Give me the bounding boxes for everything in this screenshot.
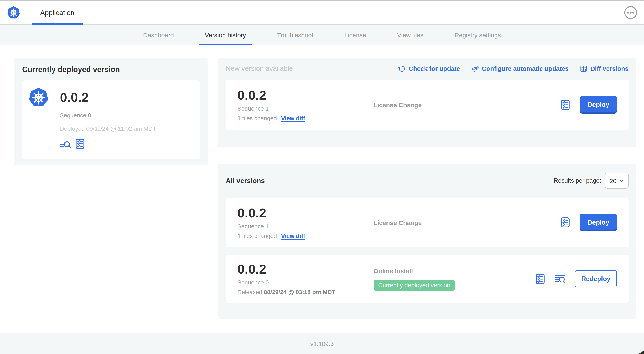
more-menu-button[interactable]: [624, 6, 637, 19]
tab-dashboard[interactable]: Dashboard: [138, 25, 180, 45]
log-search-icon: [60, 138, 71, 149]
currently-deployed-badge: Currently deployed version: [374, 280, 455, 290]
tab-version-history[interactable]: Version history: [199, 25, 252, 45]
files-changed: 1 files changed: [238, 232, 277, 239]
tab-registry-settings[interactable]: Registry settings: [449, 25, 506, 45]
results-per-page: Results per page: 20: [554, 173, 628, 189]
all-versions-title: All versions: [226, 177, 265, 185]
refresh-icon: [398, 65, 406, 72]
version-actions: Deploy: [560, 96, 617, 114]
version-sequence: Sequence 0: [238, 279, 374, 286]
log-search-icon: [555, 273, 566, 284]
view-diff-link[interactable]: View diff: [281, 115, 305, 121]
version-source: License Change: [374, 219, 422, 226]
redeploy-button[interactable]: Redeploy: [575, 270, 617, 287]
kubernetes-logo-icon: [28, 87, 49, 108]
version-info: 0.0.2 Sequence 1 1 files changed View di…: [238, 206, 374, 239]
app-logo[interactable]: [7, 6, 20, 19]
deployed-version-number: 0.0.2: [60, 91, 156, 105]
deployed-version-info: 0.0.2 Sequence 0 Deployed 09/11/24 @ 11:…: [60, 87, 156, 153]
version-source: License Change: [374, 101, 422, 108]
files-changed-line: 1 files changed View diff: [238, 115, 374, 121]
new-version-title: New version available: [226, 65, 293, 73]
configure-automatic-updates-link[interactable]: Configure automatic updates: [471, 65, 569, 72]
currently-deployed-title: Currently deployed version: [22, 65, 200, 74]
console-version: v1.109.3: [310, 340, 334, 347]
view-logs-button[interactable]: [60, 138, 71, 149]
chevron-down-icon: [620, 178, 624, 183]
cursor-artifact: [638, 351, 644, 354]
preflight-checks-button[interactable]: [560, 217, 571, 228]
app-icon: [28, 87, 49, 108]
version-info: 0.0.2 Sequence 1 1 files changed View di…: [238, 88, 374, 121]
preflight-checks-button[interactable]: [535, 273, 546, 284]
version-actions: Redeploy: [535, 270, 617, 287]
results-per-page-select[interactable]: 20: [605, 173, 628, 189]
version-info: 0.0.2 Sequence 0 Released 08/29/24 @ 03:…: [238, 262, 374, 295]
clock-sync-icon: [471, 65, 479, 72]
all-versions-section: All versions Results per page: 20 0.0.2 …: [218, 164, 636, 319]
version-source-block: License Change: [374, 219, 560, 226]
deployed-sequence: Sequence 0: [60, 112, 156, 119]
version-number: 0.0.2: [238, 206, 374, 220]
view-logs-button[interactable]: [555, 273, 566, 284]
version-row: 0.0.2 Sequence 0 Released 08/29/24 @ 03:…: [226, 255, 628, 303]
version-number: 0.0.2: [238, 88, 374, 102]
page-title: Application: [40, 9, 74, 17]
update-links: Check for update Configure automatic upd…: [398, 65, 628, 72]
currently-deployed-card: 0.0.2 Sequence 0 Deployed 09/11/24 @ 11:…: [22, 81, 200, 159]
app-nav-tab-application[interactable]: Application: [32, 1, 83, 24]
version-number: 0.0.2: [238, 262, 374, 276]
checklist-icon: [560, 217, 571, 228]
diff-icon: [580, 65, 588, 72]
new-version-header: New version available Check for update C…: [226, 65, 628, 73]
tab-troubleshoot[interactable]: Troubleshoot: [272, 25, 319, 45]
subnav: Dashboard Version history Troubleshoot L…: [0, 25, 644, 45]
deployed-timestamp: Deployed 09/11/24 @ 11:02 am MDT: [60, 125, 156, 132]
version-row: 0.0.2 Sequence 1 1 files changed View di…: [226, 198, 628, 247]
check-for-update-link[interactable]: Check for update: [398, 65, 460, 72]
preflight-checks-button[interactable]: [560, 99, 571, 110]
view-diff-link[interactable]: View diff: [281, 232, 305, 239]
checklist-icon: [74, 138, 86, 149]
files-changed: 1 files changed: [238, 115, 277, 121]
deployed-version-actions: [60, 138, 156, 149]
all-versions-header: All versions Results per page: 20: [226, 173, 628, 189]
new-version-section: New version available Check for update C…: [218, 58, 636, 147]
kots-admin-page: Application Dashboard Version history Tr…: [0, 0, 644, 354]
version-source: Online Install: [374, 267, 413, 274]
preflight-checks-button[interactable]: [74, 138, 86, 149]
tab-view-files[interactable]: View files: [392, 25, 429, 45]
released-timestamp: Released 08/29/24 @ 03:18 pm MDT: [238, 289, 374, 295]
checklist-icon: [535, 273, 546, 284]
version-sequence: Sequence 1: [238, 223, 374, 229]
version-source-block: Online Install Currently deployed versio…: [374, 267, 535, 290]
results-per-page-value: 20: [610, 177, 616, 184]
tab-license[interactable]: License: [339, 25, 372, 45]
version-source-block: License Change: [374, 101, 560, 108]
app-header: Application: [0, 0, 644, 25]
version-sequence: Sequence 1: [238, 105, 374, 112]
checklist-icon: [560, 99, 571, 110]
app-footer: v1.109.3: [0, 333, 644, 354]
files-changed-line: 1 files changed View diff: [238, 232, 374, 239]
ellipsis-icon: [624, 6, 637, 19]
currently-deployed-section: Currently deployed version 0.0.2 Sequenc…: [14, 58, 208, 165]
kubernetes-logo-icon: [7, 6, 20, 19]
diff-versions-link[interactable]: Diff versions: [580, 65, 628, 72]
version-actions: Deploy: [560, 214, 617, 231]
deploy-button[interactable]: Deploy: [580, 96, 617, 114]
active-tab-underline: [32, 24, 83, 25]
results-per-page-label: Results per page:: [554, 177, 601, 184]
new-version-row: 0.0.2 Sequence 1 1 files changed View di…: [226, 80, 628, 130]
deploy-button[interactable]: Deploy: [580, 214, 617, 231]
